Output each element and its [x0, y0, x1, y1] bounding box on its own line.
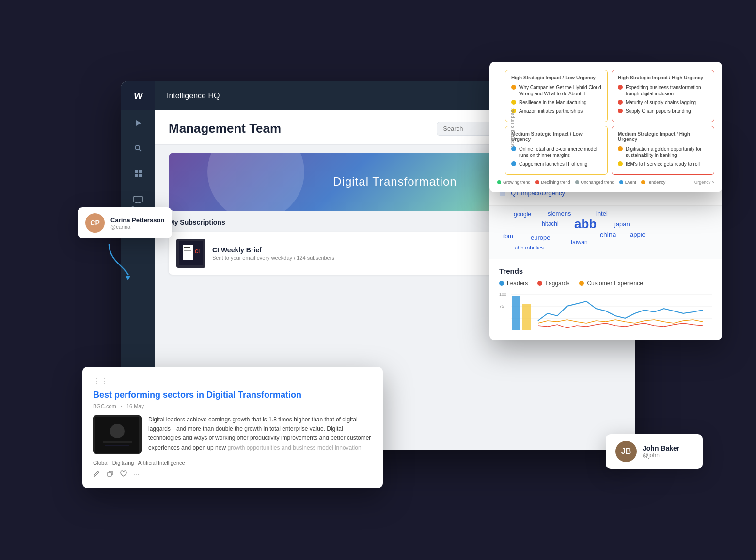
strategic-impact-matrix: Strategic Impact High Strategic Impact /…	[489, 62, 722, 192]
svg-text:CI: CI	[195, 249, 200, 254]
svg-point-44	[110, 424, 125, 438]
matrix-grid: High Strategic Impact / Low Urgency Why …	[505, 70, 714, 175]
urgency-label: Urgency >	[694, 180, 714, 185]
matrix-cell-q4: Medium Strategic Impact / High Urgency D…	[612, 126, 714, 175]
hero-text: Digital Transformation	[333, 175, 457, 188]
legend-dot-growing	[497, 180, 501, 184]
matrix-cell-q1-title: High Strategic Impact / Low Urgency	[511, 75, 601, 80]
matrix-item: Why Companies Get the Hybrid Cloud Wrong…	[511, 84, 601, 97]
matrix-item-text: Online retail and e-commerce model runs …	[519, 146, 601, 158]
wc-siemens: siemens	[548, 210, 571, 217]
article-thumbnail	[93, 415, 142, 454]
john-name: John Baker	[643, 444, 679, 452]
app-logo[interactable]: w	[121, 81, 155, 110]
share-icon[interactable]	[107, 470, 113, 479]
trends-section: Trends Leaders Laggards Customer Experie…	[489, 259, 722, 340]
matrix-item-text: Resilience in the Manufacturing	[519, 99, 587, 106]
matrix-item: Amazon initiates partnerships	[511, 108, 601, 114]
legend-dot-event	[619, 180, 623, 184]
matrix-item-text: Expediting business transformation troug…	[626, 84, 708, 97]
news-thumbnail-icon: CI	[179, 241, 203, 265]
matrix-cell-q3-title: Medium Strategic Impact / Low Urgency	[511, 131, 601, 142]
matrix-cell-q1: High Strategic Impact / Low Urgency Why …	[505, 70, 608, 122]
wc-abb: abb	[574, 217, 597, 232]
svg-rect-4	[139, 170, 142, 173]
trends-legend: Leaders Laggards Customer Experience	[499, 280, 712, 287]
matrix-cell-q2: High Strategic Impact / High Urgency Exp…	[612, 70, 714, 122]
matrix-cell-q3: Medium Strategic Impact / Low Urgency On…	[505, 126, 608, 175]
matrix-cell-q2-title: High Strategic Impact / High Urgency	[618, 75, 708, 80]
legend-label: Tendency	[647, 180, 666, 185]
word-cloud: google siemens intel hitachi abb japan i…	[489, 206, 722, 259]
more-actions-icon[interactable]: ···	[134, 470, 140, 479]
legend-event: Event	[619, 180, 636, 185]
legend-dot-declining	[536, 180, 539, 184]
wc-taiwan: taiwan	[571, 239, 588, 246]
sidebar-item-search[interactable]	[121, 136, 155, 161]
matrix-item-text: IBM's IoT service gets ready to roll	[626, 161, 700, 167]
legend-label-leaders: Leaders	[507, 280, 528, 287]
svg-rect-3	[135, 170, 138, 173]
matrix-dot-orange2	[618, 146, 623, 151]
svg-marker-49	[126, 276, 130, 280]
svg-rect-6	[139, 174, 142, 177]
article-tags: Global Digitizing Artificial Intelligenc…	[93, 460, 372, 466]
svg-rect-19	[184, 247, 190, 248]
svg-rect-21	[184, 250, 191, 251]
article-drag-handle[interactable]: ⋮⋮	[93, 376, 372, 386]
john-info: John Baker @john	[643, 444, 679, 459]
legend-leaders: Leaders	[499, 280, 528, 287]
matrix-item-text: Maturity of supply chains lagging	[626, 99, 696, 106]
wc-japan: japan	[614, 220, 630, 228]
svg-rect-42	[522, 304, 531, 330]
svg-rect-20	[184, 249, 192, 249]
legend-unchanged: Unchanged trend	[575, 180, 614, 185]
legend-label: Declining trend	[541, 180, 570, 185]
svg-rect-35	[501, 194, 503, 194]
legend-tendency: Tendency	[641, 180, 666, 185]
article-actions: ···	[93, 470, 372, 479]
wc-intel: intel	[596, 210, 608, 217]
carina-arrow	[104, 241, 133, 280]
matrix-item: Digitisation a golden opportunity for su…	[618, 146, 708, 158]
tag-ai[interactable]: Artificial Intelligence	[138, 460, 185, 466]
article-body: Digital leaders achieve earnings growth …	[93, 415, 372, 454]
svg-text:100: 100	[499, 292, 506, 296]
matrix-item: Supply Chain papers branding	[618, 108, 708, 114]
wc-google: google	[514, 211, 531, 218]
legend-dot-tendency	[641, 180, 645, 184]
carina-name: Carina Pettersson	[110, 217, 164, 224]
john-user-card: JB John Baker @john	[606, 434, 703, 469]
matrix-dot-red3	[618, 109, 623, 113]
legend-label: Growing trend	[503, 180, 531, 185]
matrix-item-text: Amazon initiates partnerships	[519, 108, 583, 114]
matrix-item: Resilience in the Manufacturing	[511, 99, 601, 106]
matrix-item: Maturity of supply chains lagging	[618, 99, 708, 106]
svg-rect-5	[135, 174, 138, 177]
legend-dot-customer-exp	[579, 281, 584, 286]
sidebar-item-grid[interactable]	[121, 161, 155, 186]
article-card: ⋮⋮ Best performing sectors in Digitial T…	[82, 367, 383, 488]
matrix-item: Online retail and e-commerce model runs …	[511, 146, 601, 158]
matrix-dot-yellow3	[618, 161, 623, 166]
wc-europe: europe	[531, 234, 550, 241]
tag-global[interactable]: Global	[93, 460, 109, 466]
article-title[interactable]: Best performing sectors in Digitial Tran…	[93, 389, 372, 401]
wc-ibm: ibm	[503, 233, 513, 240]
matrix-dot-red	[618, 85, 623, 90]
svg-rect-48	[108, 472, 111, 476]
trend-chart-svg: 100 75	[499, 292, 712, 340]
wc-apple: apple	[630, 231, 646, 238]
tag-digitizing[interactable]: Digitizing	[112, 460, 134, 466]
svg-text:75: 75	[499, 304, 504, 309]
matrix-dot-orange	[511, 85, 516, 90]
article-text-content: Digital leaders achieve earnings growth …	[148, 415, 372, 454]
edit-icon[interactable]	[93, 470, 100, 479]
legend-dot-unchanged	[575, 180, 579, 184]
legend-dot-laggards	[537, 281, 542, 286]
legend-label: Unchanged trend	[581, 180, 614, 185]
matrix-dot-red2	[618, 100, 623, 105]
sidebar-item-play[interactable]	[121, 110, 155, 136]
page-title: Management Team	[169, 121, 429, 136]
like-icon[interactable]	[120, 470, 127, 479]
